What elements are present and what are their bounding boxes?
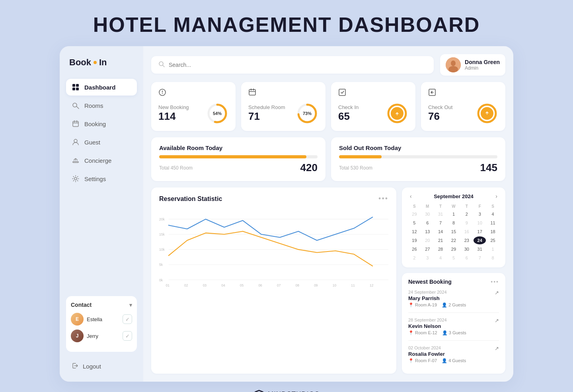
sidebar-item-guest[interactable]: Guest <box>66 134 137 150</box>
cal-prev-button[interactable]: ‹ <box>408 193 413 199</box>
svg-text:12: 12 <box>370 283 374 287</box>
booking-name: Rosalia Fowler <box>408 351 466 357</box>
chevron-down-icon[interactable]: ▾ <box>129 302 132 308</box>
sidebar-item-rooms[interactable]: Rooms <box>66 97 137 114</box>
stat-ring-row: New Booking 114 54% <box>158 102 228 125</box>
cal-day[interactable]: 13 <box>421 228 434 236</box>
cal-day[interactable]: 28 <box>435 245 447 253</box>
svg-rect-3 <box>76 88 79 90</box>
cal-day[interactable]: 11 <box>487 219 499 227</box>
cal-day[interactable]: 6 <box>421 219 434 227</box>
booking-icon <box>158 88 228 98</box>
cal-day[interactable]: 20 <box>421 236 434 244</box>
cal-day[interactable]: 9 <box>460 219 473 227</box>
cal-day[interactable]: 29 <box>448 245 460 253</box>
cal-day[interactable]: 24 <box>474 236 486 244</box>
sidebar-nav: Dashboard Rooms Booking Guest <box>66 79 137 189</box>
room-card-available: Available Room Today Total 450 Room 420 <box>151 137 325 181</box>
sidebar-item-concierge[interactable]: Concierge <box>66 152 137 169</box>
svg-text:11: 11 <box>351 283 355 287</box>
svg-text:03: 03 <box>203 283 207 287</box>
cal-day[interactable]: 15 <box>448 228 460 236</box>
bottom-row: Reservation Statistic ••• 20k 15k 10k 5k… <box>151 187 505 374</box>
cal-day[interactable]: 4 <box>435 254 447 262</box>
avatar <box>446 57 461 72</box>
stat-cards: New Booking 114 54% <box>151 82 505 131</box>
cal-day[interactable]: 6 <box>460 254 473 262</box>
cal-day[interactable]: 23 <box>460 236 473 244</box>
cal-day[interactable]: 5 <box>408 219 421 227</box>
sidebar-item-settings[interactable]: Settings <box>66 170 137 187</box>
search-icon <box>158 61 165 69</box>
svg-point-12 <box>74 177 77 180</box>
cal-day[interactable]: 30 <box>460 245 473 253</box>
booking-menu-button[interactable]: ••• <box>491 279 499 285</box>
cal-day[interactable]: 29 <box>408 210 421 218</box>
check-in-icon <box>338 88 408 98</box>
cal-day[interactable]: 10 <box>474 219 486 227</box>
booking-item: 24 September 2024 Mary Parrish 📍 Room A-… <box>408 290 499 313</box>
user-info: Donna Green Admin <box>440 54 505 76</box>
search-input[interactable] <box>169 62 427 68</box>
cal-day[interactable]: 17 <box>474 228 486 236</box>
cal-day[interactable]: 8 <box>448 219 460 227</box>
cal-next-button[interactable]: › <box>494 193 499 199</box>
cal-day[interactable]: 4 <box>487 210 499 218</box>
cal-day-header: T <box>460 203 473 209</box>
booking-date: 24 September 2024 <box>408 290 466 294</box>
cal-day[interactable]: 1 <box>487 245 499 253</box>
booking-list: 24 September 2024 Mary Parrish 📍 Room A-… <box>408 290 499 368</box>
booking-link-button[interactable]: ↗ <box>495 318 499 324</box>
cal-day[interactable]: 22 <box>448 236 460 244</box>
page-title: HOTEL MANAGEMENT DASHBOARD <box>93 0 480 46</box>
check-out-circle <box>481 107 493 120</box>
sidebar-item-dashboard[interactable]: Dashboard <box>66 79 137 96</box>
chart-menu-button[interactable]: ••• <box>378 195 388 203</box>
cal-day[interactable]: 14 <box>435 228 447 236</box>
cal-day[interactable]: 2 <box>408 254 421 262</box>
cal-day[interactable]: 3 <box>421 254 434 262</box>
logout-button[interactable]: Logout <box>66 359 137 374</box>
avatar-estella: E <box>71 313 84 326</box>
cal-day[interactable]: 31 <box>435 210 447 218</box>
message-icon-estella[interactable]: ✓ <box>123 314 132 324</box>
avatar-jerry: J <box>71 330 84 342</box>
cal-day[interactable]: 21 <box>435 236 447 244</box>
svg-text:15k: 15k <box>159 232 165 236</box>
settings-icon <box>72 175 80 183</box>
sidebar-item-label: Dashboard <box>84 84 115 91</box>
cal-day[interactable]: 3 <box>474 210 486 218</box>
message-icon-jerry[interactable]: ✓ <box>123 331 132 341</box>
cal-day[interactable]: 8 <box>487 254 499 262</box>
cal-day-header: M <box>421 203 434 209</box>
cal-day-header: S <box>408 203 421 209</box>
booking-item: 28 September 2024 Kevin Nelson 📍 Room E-… <box>408 318 499 341</box>
svg-rect-0 <box>72 84 75 87</box>
user-icon <box>72 138 80 146</box>
svg-text:04: 04 <box>221 283 225 287</box>
booking-date: 28 September 2024 <box>408 318 466 322</box>
cal-day[interactable]: 25 <box>487 236 499 244</box>
progress-bar-sold-out <box>339 155 497 158</box>
cal-day[interactable]: 30 <box>421 210 434 218</box>
cal-day[interactable]: 27 <box>421 245 434 253</box>
calendar-icon <box>72 120 80 128</box>
cal-day[interactable]: 18 <box>487 228 499 236</box>
cal-day[interactable]: 7 <box>435 219 447 227</box>
cal-day[interactable]: 2 <box>460 210 473 218</box>
logout-icon <box>72 362 79 371</box>
svg-text:02: 02 <box>184 283 188 287</box>
cal-day[interactable]: 19 <box>408 236 421 244</box>
cal-day[interactable]: 7 <box>474 254 486 262</box>
cal-day[interactable]: 31 <box>474 245 486 253</box>
cal-day[interactable]: 16 <box>460 228 473 236</box>
sidebar-item-booking[interactable]: Booking <box>66 115 137 132</box>
cal-day[interactable]: 5 <box>448 254 460 262</box>
cal-day[interactable]: 26 <box>408 245 421 253</box>
cal-day[interactable]: 1 <box>448 210 460 218</box>
logo-dot <box>94 61 97 64</box>
cal-day[interactable]: 12 <box>408 228 421 236</box>
booking-link-button[interactable]: ↗ <box>495 345 499 351</box>
booking-link-button[interactable]: ↗ <box>495 290 499 296</box>
contact-row-estella: E Estella ✓ <box>71 313 132 326</box>
